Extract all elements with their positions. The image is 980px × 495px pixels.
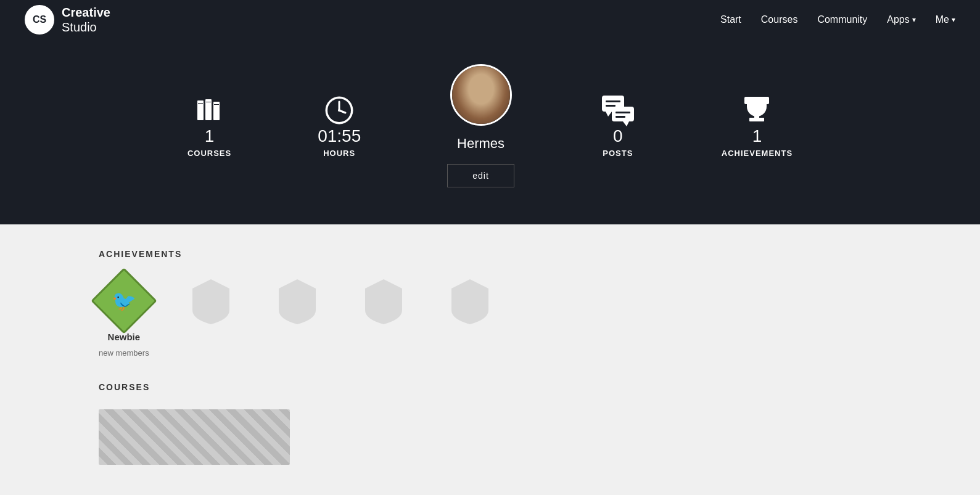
svg-marker-14 — [623, 121, 629, 126]
achievement-locked-2 — [273, 276, 322, 325]
courses-stat: 1 COURSES — [187, 94, 231, 158]
achievements-stat: 1 ACHIEVEMENTS — [722, 94, 793, 158]
svg-rect-21 — [754, 112, 759, 118]
svg-rect-18 — [616, 116, 625, 118]
hours-value: 01:55 — [318, 126, 361, 146]
navbar: CS Creative Studio Start Courses Communi… — [0, 0, 980, 39]
avatar-image — [452, 66, 510, 124]
posts-icon — [601, 94, 635, 126]
posts-stat: 0 POSTS — [601, 94, 635, 158]
badge-locked-1 — [186, 276, 236, 325]
achievements-title: ACHIEVEMENTS — [99, 249, 881, 259]
avatar — [450, 64, 512, 126]
nav-links: Start Courses Community Apps ▾ Me ▾ — [720, 14, 955, 25]
posts-count: 0 — [613, 126, 623, 146]
hours-stat: 01:55 HOURS — [318, 94, 361, 158]
nav-courses[interactable]: Courses — [761, 14, 798, 25]
svg-rect-5 — [214, 104, 219, 105]
bird-icon: 🐦 — [112, 289, 136, 313]
svg-point-10 — [338, 109, 340, 112]
hero-section: 1 COURSES 01:55 HOURS Hermes edit — [0, 39, 980, 224]
achievements-label: ACHIEVEMENTS — [722, 149, 793, 158]
hours-label: HOURS — [323, 149, 355, 158]
chevron-down-icon: ▾ — [912, 15, 916, 24]
chevron-down-icon: ▾ — [952, 15, 955, 24]
achievements-count: 1 — [752, 126, 762, 146]
svg-rect-16 — [606, 105, 616, 107]
books-icon — [194, 94, 226, 126]
achievements-section: ACHIEVEMENTS 🐦 Newbie new members — [99, 249, 881, 358]
courses-count: 1 — [205, 126, 215, 146]
achievement-locked-4 — [445, 276, 495, 325]
nav-start[interactable]: Start — [720, 14, 741, 25]
nav-me[interactable]: Me ▾ — [936, 14, 955, 25]
svg-rect-19 — [744, 97, 749, 104]
achievements-row: 🐦 Newbie new members — [99, 276, 881, 358]
svg-rect-1 — [205, 99, 212, 120]
achievement-newbie: 🐦 Newbie new members — [99, 276, 149, 358]
profile-center: Hermes edit — [447, 64, 514, 187]
svg-rect-17 — [616, 112, 630, 113]
svg-rect-13 — [612, 107, 634, 121]
trophy-icon — [741, 94, 773, 126]
badge-locked-3 — [359, 276, 408, 325]
achievement-locked-3 — [359, 276, 408, 325]
svg-rect-4 — [206, 102, 211, 102]
clock-icon — [323, 94, 355, 126]
logo[interactable]: CS Creative Studio — [25, 5, 110, 35]
achievement-locked-1 — [186, 276, 236, 325]
svg-rect-3 — [198, 103, 203, 104]
badge-locked-2 — [273, 276, 322, 325]
posts-label: POSTS — [603, 149, 633, 158]
edit-button[interactable]: edit — [447, 164, 514, 187]
nav-apps[interactable]: Apps ▾ — [887, 14, 915, 25]
courses-label: COURSES — [187, 149, 231, 158]
logo-text: Creative Studio — [62, 5, 110, 35]
svg-marker-12 — [606, 112, 612, 117]
courses-title: COURSES — [99, 382, 881, 392]
badge-newbie-desc: new members — [99, 348, 149, 358]
username: Hermes — [457, 136, 504, 152]
badge-locked-4 — [445, 276, 495, 325]
course-thumbnail[interactable] — [99, 409, 290, 465]
svg-rect-22 — [749, 118, 764, 121]
nav-community[interactable]: Community — [817, 14, 867, 25]
courses-section: COURSES — [99, 382, 881, 465]
svg-rect-20 — [764, 97, 769, 104]
badge-diamond-shape: 🐦 — [91, 268, 157, 333]
badge-newbie: 🐦 — [99, 276, 149, 325]
content-area: ACHIEVEMENTS 🐦 Newbie new members — [0, 224, 980, 489]
logo-initials: CS — [25, 5, 54, 35]
svg-rect-15 — [606, 100, 620, 102]
